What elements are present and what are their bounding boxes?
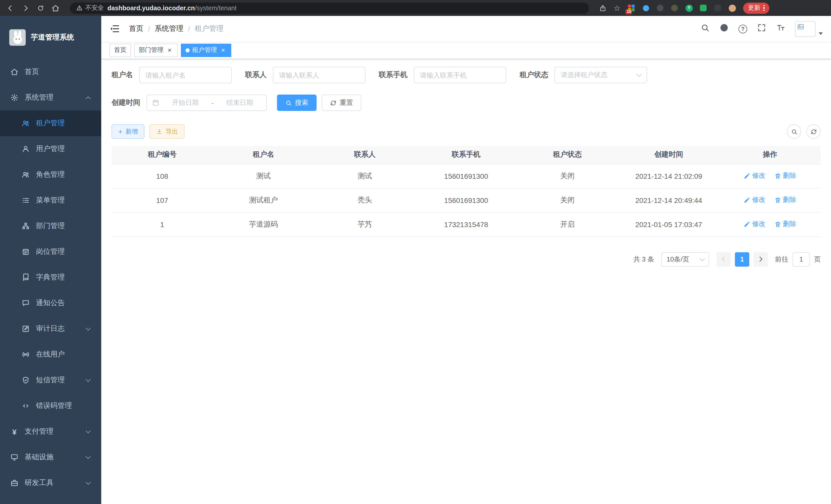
sidebar-item-menu[interactable]: 菜单管理	[0, 187, 101, 213]
sidebar-item-tenant[interactable]: 租户管理	[0, 111, 101, 136]
add-button[interactable]: + 新增	[112, 124, 144, 139]
sidebar-item-role[interactable]: 角色管理	[0, 162, 101, 187]
delete-link[interactable]: 删除	[775, 171, 796, 181]
sidebar-item-devtools[interactable]: 研发工具	[0, 470, 101, 496]
breadcrumb-item[interactable]: 首页	[129, 24, 143, 33]
sidebar-item-notice[interactable]: 通知公告	[0, 290, 101, 316]
sidebar-collapse-icon[interactable]	[110, 24, 120, 34]
edit-link[interactable]: 修改	[744, 219, 766, 229]
date-start-placeholder: 开始日期	[164, 98, 207, 108]
sidebar-item-audit-log[interactable]: 审计日志	[0, 316, 101, 342]
sidebar-item-label: 角色管理	[36, 170, 65, 179]
browser-forward-icon[interactable]	[22, 4, 30, 12]
user-avatar-menu[interactable]	[795, 21, 823, 37]
chrome-update-button[interactable]: 更新	[743, 2, 769, 13]
extension-icon[interactable]	[671, 4, 679, 12]
delete-link[interactable]: 删除	[775, 196, 796, 205]
users-icon	[22, 119, 30, 127]
page-size-select[interactable]: 10条/页	[661, 252, 709, 266]
refresh-table-button[interactable]	[806, 124, 821, 139]
cell-phone: 15601691300	[416, 164, 517, 188]
address-bar[interactable]: 不安全 dashboard.yudao.iocoder.cn/system/te…	[70, 2, 589, 13]
app-logo[interactable]: 芋道管理系统	[0, 16, 101, 59]
breadcrumb-item[interactable]: 系统管理	[155, 24, 183, 33]
table-header-row: 租户编号 租户名 联系人 联系手机 租户状态 创建时间 操作	[112, 146, 821, 164]
extension-icon[interactable]: 10	[628, 4, 635, 12]
chevron-down-icon	[86, 479, 91, 484]
bookmark-star-icon[interactable]: ☆	[613, 3, 621, 12]
extension-icon[interactable]: Y	[685, 4, 693, 12]
header-search-icon[interactable]	[700, 23, 710, 34]
extension-icon[interactable]	[728, 4, 736, 12]
date-range-picker[interactable]: 开始日期 - 结束日期	[146, 94, 267, 111]
url-host: dashboard.yudao.iocoder.cn	[107, 4, 195, 11]
sidebar-item-online-user[interactable]: 在线用户	[0, 342, 101, 367]
status-select[interactable]: 请选择租户状态	[554, 67, 647, 83]
browser-reload-icon[interactable]	[37, 4, 44, 11]
cell-actions: 修改 删除	[719, 164, 821, 188]
avatar[interactable]	[795, 21, 815, 37]
tab-dept[interactable]: 部门管理 ×	[134, 43, 178, 57]
page-number-current[interactable]: 1	[735, 252, 749, 266]
browser-back-icon[interactable]	[6, 4, 15, 12]
extension-icon[interactable]	[714, 4, 722, 12]
font-size-icon[interactable]	[776, 23, 785, 34]
cell-phone: 17321315478	[416, 212, 517, 236]
tenant-name-input[interactable]	[139, 67, 232, 83]
browser-home-icon[interactable]	[51, 4, 60, 12]
tab-home[interactable]: 首页	[110, 43, 131, 57]
sidebar-item-label: 审计日志	[36, 324, 65, 333]
next-page-button[interactable]	[753, 252, 768, 266]
reset-button[interactable]: 重置	[322, 94, 361, 111]
sidebar-item-home[interactable]: 首页	[0, 59, 101, 85]
sidebar-item-label: 部门管理	[36, 221, 65, 231]
prev-page-button[interactable]	[716, 252, 731, 266]
sidebar-item-dict[interactable]: 字典管理	[0, 265, 101, 290]
badge-icon	[22, 248, 30, 256]
book-icon	[22, 273, 30, 281]
sidebar-item-pay[interactable]: ¥ 支付管理	[0, 419, 101, 444]
edit-link[interactable]: 修改	[744, 196, 766, 205]
help-icon[interactable]: ?	[739, 24, 747, 33]
plus-icon: +	[118, 128, 122, 135]
tab-tenant[interactable]: 租户管理 ×	[181, 43, 231, 57]
close-icon[interactable]: ×	[220, 47, 227, 54]
search-button[interactable]: 搜索	[277, 94, 317, 111]
toggle-search-button[interactable]	[787, 124, 801, 139]
sidebar-item-sms[interactable]: 短信管理	[0, 367, 101, 393]
extension-icon[interactable]	[700, 4, 708, 12]
breadcrumb-separator: /	[148, 25, 150, 33]
sidebar-item-user[interactable]: 用户管理	[0, 136, 101, 162]
tenant-table: 租户编号 租户名 联系人 联系手机 租户状态 创建时间 操作 108 测试	[112, 146, 821, 237]
export-button[interactable]: 导出	[149, 124, 184, 139]
col-header-created: 创建时间	[618, 146, 719, 164]
delete-link[interactable]: 删除	[775, 219, 796, 229]
update-label: 更新	[748, 4, 760, 12]
github-icon[interactable]	[719, 23, 729, 34]
sidebar-item-errorcode[interactable]: 错误码管理	[0, 393, 101, 419]
sidebar-item-dept[interactable]: 部门管理	[0, 213, 101, 239]
phone-input[interactable]	[414, 67, 506, 83]
filter-form-row-1: 租户名 联系人 联系手机 租户状态 请选择租户状态	[112, 67, 821, 83]
sidebar-item-label: 在线用户	[36, 350, 65, 359]
chevron-down-icon	[86, 428, 91, 433]
trash-icon	[775, 173, 781, 179]
edit-link[interactable]: 修改	[744, 171, 766, 181]
sidebar-item-infra[interactable]: 基础设施	[0, 444, 101, 470]
browser-menu-icon[interactable]	[764, 5, 765, 11]
cell-contact: 芋艿	[314, 212, 416, 236]
goto-page-input[interactable]	[793, 252, 810, 266]
sidebar-item-system[interactable]: 系统管理	[0, 85, 101, 111]
total-count: 共 3 条	[633, 255, 654, 264]
fullscreen-icon[interactable]	[757, 23, 766, 34]
extension-icon[interactable]	[642, 4, 650, 12]
broadcast-icon	[22, 350, 30, 359]
extension-icon[interactable]	[657, 4, 664, 12]
toolbox-icon	[10, 479, 19, 487]
close-icon[interactable]: ×	[166, 47, 173, 54]
share-icon[interactable]	[599, 4, 606, 11]
sidebar-item-post[interactable]: 岗位管理	[0, 239, 101, 265]
security-indicator[interactable]: 不安全	[76, 4, 104, 12]
search-button-label: 搜索	[295, 98, 308, 108]
contact-input[interactable]	[273, 67, 365, 83]
